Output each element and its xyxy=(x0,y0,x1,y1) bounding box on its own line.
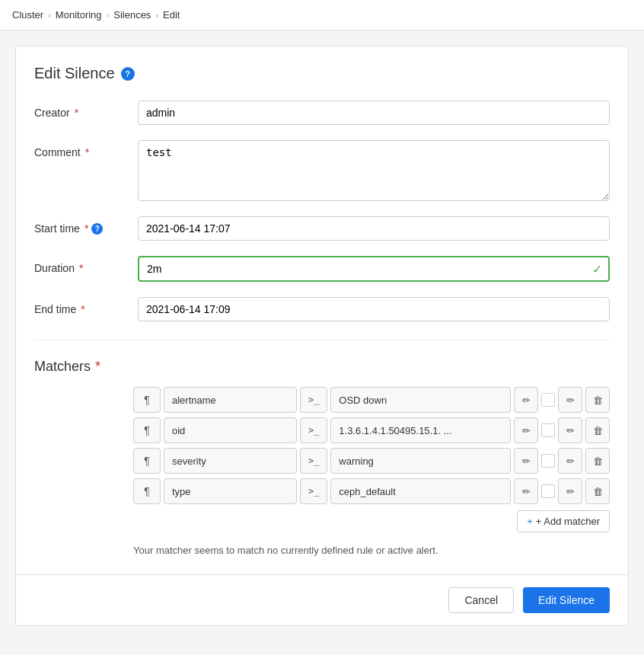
breadcrumb-monitoring[interactable]: Monitoring xyxy=(56,9,102,21)
comment-input[interactable]: test xyxy=(138,140,610,201)
matcher-value-4: ceph_default xyxy=(330,478,511,504)
matcher-value-3: warning xyxy=(330,448,511,474)
paragraph-icon-1: ¶ xyxy=(133,387,161,413)
paragraph-icon-2: ¶ xyxy=(133,417,161,443)
matcher-op-3: >_ xyxy=(300,448,327,474)
start-time-help-icon[interactable]: ? xyxy=(91,223,103,235)
matcher-row: ¶ oid >_ 1.3.6.1.4.1.50495.15.1. ... ✏ ✏… xyxy=(133,417,610,443)
matcher-checkbox-3[interactable] xyxy=(541,454,555,468)
breadcrumb-cluster[interactable]: Cluster xyxy=(12,9,43,21)
creator-field: Creator* xyxy=(34,101,610,125)
end-time-input[interactable] xyxy=(138,297,610,321)
matcher-value-1: OSD down xyxy=(330,387,511,413)
cancel-button[interactable]: Cancel xyxy=(448,587,514,613)
breadcrumb: Cluster › Monitoring › Silences › Edit xyxy=(0,0,644,30)
matcher-op-4: >_ xyxy=(300,478,327,504)
duration-wrapper: ✓ xyxy=(138,256,610,282)
matcher-value-2: 1.3.6.1.4.1.50495.15.1. ... xyxy=(330,417,511,443)
duration-input[interactable] xyxy=(138,256,610,282)
end-time-field: End time* xyxy=(34,297,610,321)
end-time-label: End time* xyxy=(34,297,126,315)
matcher-pen-icon-4[interactable]: ✏ xyxy=(558,478,582,504)
matcher-checkbox-2[interactable] xyxy=(541,423,555,437)
breadcrumb-edit: Edit xyxy=(163,9,180,21)
matchers-section: Matchers* ¶ alertname >_ OSD down ✏ ✏ 🗑 xyxy=(34,340,610,556)
matcher-row: ¶ severity >_ warning ✏ ✏ 🗑 xyxy=(133,448,610,474)
matcher-name-2: oid xyxy=(164,417,297,443)
matcher-edit-icon-3[interactable]: ✏ xyxy=(514,448,538,474)
matchers-area: ¶ alertname >_ OSD down ✏ ✏ 🗑 ¶ oid >_ xyxy=(133,387,610,556)
matcher-delete-icon-4[interactable]: 🗑 xyxy=(585,478,610,504)
matcher-name-3: severity xyxy=(164,448,297,474)
form-footer: Cancel Edit Silence xyxy=(16,574,628,625)
matcher-checkbox-4[interactable] xyxy=(541,484,555,498)
matcher-delete-icon-3[interactable]: 🗑 xyxy=(585,448,610,474)
page-title: Edit Silence xyxy=(34,65,115,82)
matcher-edit-icon-4[interactable]: ✏ xyxy=(514,478,538,504)
breadcrumb-sep-1: › xyxy=(48,11,51,20)
help-icon[interactable]: ? xyxy=(121,67,135,81)
start-time-field: Start time* ? xyxy=(34,216,610,241)
comment-field: Comment* test xyxy=(34,140,610,201)
start-time-label: Start time* ? xyxy=(34,216,126,235)
matcher-checkbox-1[interactable] xyxy=(541,393,555,407)
add-matcher-button[interactable]: ++ Add matcher xyxy=(517,510,610,532)
matcher-edit-icon-2[interactable]: ✏ xyxy=(514,417,538,443)
matcher-edit-icon-1[interactable]: ✏ xyxy=(514,387,538,413)
matchers-title: Matchers* xyxy=(34,359,610,375)
start-time-input[interactable] xyxy=(138,216,610,241)
duration-label: Duration* xyxy=(34,256,126,274)
matcher-pen-icon-3[interactable]: ✏ xyxy=(558,448,582,474)
matcher-pen-icon-1[interactable]: ✏ xyxy=(558,387,582,413)
valid-checkmark-icon: ✓ xyxy=(592,262,602,276)
edit-silence-button[interactable]: Edit Silence xyxy=(523,587,610,613)
breadcrumb-sep-3: › xyxy=(155,11,158,20)
paragraph-icon-3: ¶ xyxy=(133,448,161,474)
matcher-delete-icon-2[interactable]: 🗑 xyxy=(585,417,610,443)
matcher-pen-icon-2[interactable]: ✏ xyxy=(558,417,582,443)
matcher-row: ¶ type >_ ceph_default ✏ ✏ 🗑 xyxy=(133,478,610,504)
duration-field: Duration* ✓ xyxy=(34,256,610,282)
matcher-name-1: alertname xyxy=(164,387,297,413)
paragraph-icon-4: ¶ xyxy=(133,478,161,504)
matcher-delete-icon-1[interactable]: 🗑 xyxy=(585,387,610,413)
plus-icon: + xyxy=(527,516,533,527)
matcher-name-4: type xyxy=(164,478,297,504)
creator-label: Creator* xyxy=(34,101,126,119)
matcher-op-1: >_ xyxy=(300,387,327,413)
matcher-op-2: >_ xyxy=(300,417,327,443)
comment-label: Comment* xyxy=(34,140,126,158)
creator-input[interactable] xyxy=(138,101,610,125)
breadcrumb-silences[interactable]: Silences xyxy=(113,9,151,21)
matcher-row: ¶ alertname >_ OSD down ✏ ✏ 🗑 xyxy=(133,387,610,413)
no-match-warning: Your matcher seems to match no currently… xyxy=(133,538,610,556)
breadcrumb-sep-2: › xyxy=(107,11,110,20)
